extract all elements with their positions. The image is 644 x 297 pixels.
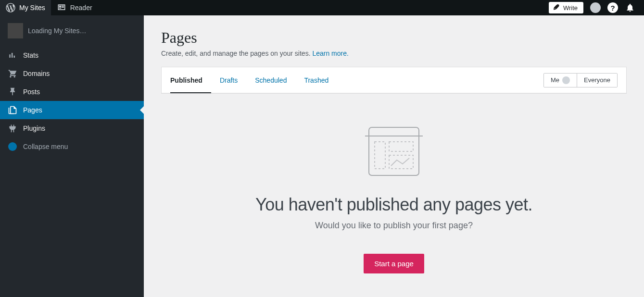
empty-subtitle: Would you like to publish your first pag… [171, 221, 617, 231]
tab-trashed[interactable]: Trashed [295, 67, 337, 93]
cart-icon [8, 69, 17, 78]
help-icon: ? [607, 2, 618, 13]
start-page-button-label: Start a page [374, 260, 414, 268]
layout: Loading My Sites… Stats Domains Posts Pa… [0, 15, 644, 297]
tab-scheduled[interactable]: Scheduled [246, 67, 295, 93]
tab-label: Trashed [304, 76, 328, 84]
topbar-left: My Sites Reader [0, 0, 98, 15]
reader-icon [57, 3, 66, 12]
profile-button[interactable] [590, 2, 601, 13]
pages-icon [8, 105, 17, 115]
tab-label: Scheduled [255, 76, 287, 84]
site-loading-label: Loading My Sites… [28, 27, 86, 35]
avatar-icon [590, 2, 601, 13]
tab-label: Drafts [220, 76, 238, 84]
plugin-icon [8, 124, 17, 133]
sidebar-nav: Stats Domains Posts Pages Plugins [0, 46, 144, 156]
svg-rect-2 [375, 142, 385, 169]
notifications-button[interactable] [625, 2, 635, 13]
stats-icon [8, 50, 17, 60]
filter-everyone[interactable]: Everyone [577, 74, 617, 87]
site-switcher[interactable]: Loading My Sites… [0, 15, 144, 46]
page-title: Pages [161, 29, 627, 47]
tab-published[interactable]: Published [170, 67, 211, 93]
sidebar-item-label: Pages [23, 106, 42, 114]
sidebar-item-label: Domains [23, 70, 50, 77]
topbar-right: Write ? [549, 2, 644, 13]
tabs-bar: Published Drafts Scheduled Trashed Me Ev… [162, 67, 626, 93]
sidebar-item-posts[interactable]: Posts [0, 83, 144, 101]
bell-icon [625, 3, 635, 12]
site-thumb-icon [8, 23, 23, 38]
sidebar-collapse[interactable]: Collapse menu [0, 137, 144, 156]
filter-me[interactable]: Me [544, 74, 577, 87]
empty-illustration-icon [360, 123, 428, 180]
start-page-button[interactable]: Start a page [364, 254, 424, 273]
sidebar-item-label: Plugins [23, 124, 45, 132]
page-subtitle: Create, edit, and manage the pages on yo… [161, 50, 627, 57]
page-subtitle-text: Create, edit, and manage the pages on yo… [161, 50, 312, 57]
pages-panel: Published Drafts Scheduled Trashed Me Ev… [161, 67, 627, 94]
sidebar-item-label: Stats [23, 51, 38, 59]
tab-label: Published [170, 76, 202, 84]
filter-everyone-label: Everyone [584, 76, 610, 84]
sidebar-item-stats[interactable]: Stats [0, 46, 144, 64]
sidebar: Loading My Sites… Stats Domains Posts Pa… [0, 15, 144, 297]
sidebar-item-domains[interactable]: Domains [0, 64, 144, 83]
empty-title: You haven't published any pages yet. [171, 195, 617, 215]
nav-reader-label: Reader [70, 4, 92, 12]
tab-drafts[interactable]: Drafts [211, 67, 246, 93]
sidebar-item-label: Posts [23, 88, 40, 96]
pin-icon [8, 87, 17, 97]
main-content: Pages Create, edit, and manage the pages… [144, 15, 644, 297]
nav-my-sites-label: My Sites [19, 4, 45, 12]
pen-icon [553, 3, 560, 12]
author-filter: Me Everyone [543, 73, 618, 87]
svg-rect-4 [389, 155, 413, 169]
write-button[interactable]: Write [549, 2, 583, 13]
empty-state: You haven't published any pages yet. Wou… [161, 94, 627, 293]
filter-me-label: Me [551, 76, 559, 84]
wordpress-icon [6, 3, 15, 12]
nav-reader[interactable]: Reader [51, 0, 98, 15]
svg-rect-3 [389, 142, 413, 151]
sidebar-item-pages[interactable]: Pages [0, 101, 144, 119]
sidebar-collapse-label: Collapse menu [23, 143, 68, 150]
sidebar-item-plugins[interactable]: Plugins [0, 119, 144, 137]
learn-more-link[interactable]: Learn more. [312, 50, 348, 57]
collapse-icon [8, 142, 17, 151]
nav-my-sites[interactable]: My Sites [0, 0, 51, 15]
help-button[interactable]: ? [607, 2, 618, 13]
write-button-label: Write [563, 4, 578, 12]
avatar-icon [562, 76, 570, 84]
topbar: My Sites Reader Write ? [0, 0, 644, 15]
